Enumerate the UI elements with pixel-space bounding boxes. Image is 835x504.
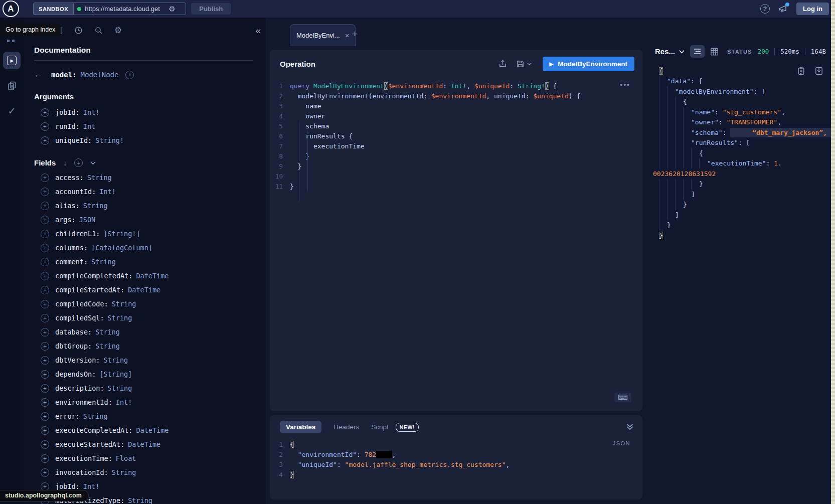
help-icon[interactable]: ? (760, 4, 770, 14)
tab-script[interactable]: Script (371, 423, 389, 431)
field-type-link[interactable]: [CatalogColumn] (91, 244, 152, 252)
history-clock-icon[interactable] (74, 26, 83, 35)
add-field-button[interactable]: + (41, 426, 49, 435)
apollo-logo[interactable]: A (3, 1, 19, 17)
code-line[interactable]: 4 owner (270, 111, 642, 121)
field-type-link[interactable]: String (112, 300, 136, 308)
endpoint-settings-gear-icon[interactable]: ⚙ (169, 5, 175, 13)
login-button[interactable]: Log in (796, 3, 829, 15)
code-line[interactable]: 2 modelByEnvironment(environmentId: $env… (270, 91, 642, 101)
field-type-link[interactable]: String (108, 384, 132, 392)
field-type-link[interactable]: DateTime (128, 286, 160, 294)
field-type-link[interactable]: String (91, 258, 116, 266)
field-type-link[interactable]: Int (83, 122, 95, 130)
add-field-button[interactable]: + (41, 136, 49, 145)
add-field-button[interactable]: + (41, 384, 49, 393)
announcements-megaphone-icon[interactable] (778, 4, 788, 14)
tab-headers[interactable]: Headers (333, 423, 359, 431)
field-type-link[interactable]: [String] (99, 370, 132, 378)
field-type-link[interactable]: String (108, 314, 132, 322)
save-control[interactable] (516, 60, 532, 68)
endpoint-url-box[interactable]: https://metadata.cloud.get ⚙ (73, 3, 186, 15)
code-line[interactable]: 3 "uniqueId": "model.jaffle_shop_metrics… (270, 459, 642, 469)
code-line[interactable]: 1{ (270, 439, 642, 449)
editor-overflow-menu-icon[interactable]: ••• (620, 81, 630, 89)
add-field-button[interactable]: + (41, 440, 49, 449)
collapse-panel-icon[interactable]: « (255, 26, 261, 35)
add-field-button[interactable]: + (41, 174, 49, 182)
close-tab-icon[interactable]: × (345, 31, 350, 40)
back-arrow-icon[interactable]: ← (34, 70, 47, 79)
keyboard-shortcuts-icon[interactable]: ⌨ (614, 393, 631, 402)
table-view-icon[interactable] (710, 48, 719, 56)
tab-variables[interactable]: Variables (280, 421, 321, 433)
add-field-button[interactable]: + (41, 108, 49, 117)
add-field-button[interactable]: + (41, 272, 49, 280)
share-icon[interactable] (498, 59, 507, 68)
field-type-link[interactable]: String (128, 496, 152, 504)
field-type-link[interactable]: JSON (79, 216, 96, 224)
code-line[interactable]: 2 "environmentId": 782 , (270, 449, 642, 459)
add-field-button[interactable]: + (41, 468, 49, 477)
sidebar-item-checks[interactable]: ✓ (3, 102, 21, 120)
sandbox-badge[interactable]: SANDBOX (33, 3, 73, 15)
add-field-button[interactable]: + (41, 244, 49, 252)
add-field-button[interactable]: + (41, 356, 49, 365)
search-icon[interactable] (94, 26, 103, 35)
field-type-link[interactable]: String (95, 328, 120, 336)
field-type-link[interactable]: String (83, 412, 108, 420)
field-type-link[interactable]: String (103, 356, 128, 364)
add-field-button[interactable]: + (41, 286, 49, 294)
graph-icon-partial[interactable] (7, 40, 15, 42)
response-title-dropdown[interactable]: Res... (655, 47, 685, 56)
response-body[interactable]: {"data": {"modelByEnvironment": [{"name"… (647, 66, 831, 241)
field-type-link[interactable]: Int! (83, 482, 100, 490)
code-line[interactable]: 9 } (270, 161, 642, 171)
breadcrumb-type-link[interactable]: ModelNode (81, 71, 119, 79)
field-type-link[interactable]: Int! (99, 188, 116, 196)
sidebar-item-changelog[interactable] (3, 77, 21, 94)
tab-modelbyenvironment[interactable]: ModelByEnvi... × (290, 24, 356, 46)
add-field-button[interactable]: + (41, 398, 49, 407)
code-line[interactable]: 7 executionTime (270, 141, 642, 151)
chevron-down-icon[interactable] (90, 161, 96, 165)
field-type-link[interactable]: DateTime (128, 440, 160, 448)
add-field-button[interactable]: + (41, 230, 49, 238)
field-type-link[interactable]: String (112, 468, 136, 476)
add-field-button[interactable]: + (41, 258, 49, 266)
new-tab-button[interactable]: + (352, 29, 358, 40)
code-line[interactable]: 1query ModelByEnvironment($environmentId… (270, 81, 642, 91)
run-operation-button[interactable]: ▶ ModelByEnvironment (543, 57, 634, 71)
add-field-button[interactable]: + (41, 412, 49, 421)
code-line[interactable]: 5 schema (270, 121, 642, 131)
field-type-link[interactable]: [String!] (103, 230, 140, 238)
endpoint-url-input[interactable]: https://metadata.cloud.get (85, 5, 165, 13)
settings-gear-icon[interactable]: ⚙ (114, 26, 122, 35)
raw-view-icon[interactable] (690, 45, 705, 58)
add-field-button[interactable]: + (41, 342, 49, 351)
variables-editor[interactable]: JSON 1{2 "environmentId": 782 ,3 "unique… (270, 433, 642, 479)
field-type-link[interactable]: String (95, 342, 120, 350)
field-type-link[interactable]: Int! (83, 108, 100, 116)
sidebar-item-explorer[interactable]: ▶ (3, 52, 21, 69)
code-line[interactable]: 8 } (270, 151, 642, 161)
add-all-fields-button[interactable]: + (74, 158, 83, 167)
add-field-button[interactable]: + (41, 482, 49, 491)
field-type-link[interactable]: String! (95, 136, 124, 144)
field-type-link[interactable]: String (87, 174, 112, 182)
publish-button[interactable]: Publish (191, 3, 231, 15)
add-field-button[interactable]: + (41, 300, 49, 308)
code-line[interactable]: 3 name (270, 101, 642, 111)
field-type-link[interactable]: String (83, 202, 108, 210)
code-line[interactable]: 11} (270, 181, 642, 191)
add-field-button[interactable]: + (41, 188, 49, 196)
add-field-button[interactable]: + (125, 71, 134, 79)
code-line[interactable]: 10 (270, 171, 642, 181)
operation-editor[interactable]: 1query ModelByEnvironment($environmentId… (270, 78, 642, 191)
add-field-button[interactable]: + (41, 370, 49, 379)
code-line[interactable]: 6 runResults { (270, 131, 642, 141)
code-line[interactable]: 4} (270, 469, 642, 479)
add-field-button[interactable]: + (41, 216, 49, 224)
add-field-button[interactable]: + (41, 314, 49, 322)
sort-descending-icon[interactable]: ↓ (63, 159, 67, 167)
